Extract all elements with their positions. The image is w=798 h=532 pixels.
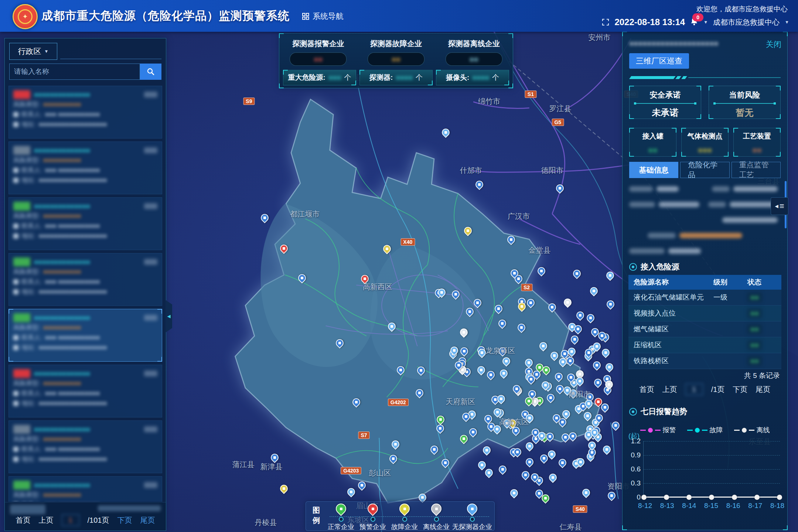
hazard-table-row[interactable]: 燃气储罐区●● [628, 321, 781, 337]
hazard-table-row[interactable]: 视频接入点位●● [628, 306, 781, 321]
company-card[interactable]: ●●●●●●●●●●●●●● 风险类型:●●●●●●●●●● 联系人:●●● ●… [8, 141, 162, 194]
trend-chart: 1.20.90.60.30 [643, 441, 780, 497]
commitment-value: 未承诺 [630, 107, 701, 119]
company-detail-title: ●●●●●●●●●●●●●●●●●●●● [629, 39, 751, 48]
status-tag [13, 202, 30, 211]
region-filter-dropdown[interactable]: 行政区▼ [9, 43, 57, 60]
pagination-first[interactable]: 首页 [640, 385, 654, 395]
search-input[interactable] [9, 64, 140, 80]
company-card[interactable]: ●●●●●●●●●●●●●● 风险类型:●●●●●●●●●● 联系人:●●● ●… [8, 309, 162, 362]
status-tag [13, 481, 30, 490]
pagination-last[interactable]: 尾页 [756, 385, 770, 395]
counter-cameras: 摄像头: ●●●● 个 [436, 70, 509, 85]
sidebar-collapse-tab[interactable]: ◀ [166, 300, 172, 332]
pagination-prev[interactable]: 上页 [39, 515, 54, 525]
sidebar-pagination: 首页 上页 1 /101页 下页 尾页 [5, 514, 166, 526]
stat-group-offline: 探测器离线企业 ●● [435, 39, 513, 66]
tab-hazardous-chemicals[interactable]: 危险化学品 [680, 162, 729, 178]
anchor-ring-icon [434, 517, 439, 522]
chevron-down-icon: ▼ [44, 49, 49, 54]
map-pin-icon [397, 501, 412, 516]
gas-detector-counter-box: 气体检测点 ●●● [681, 128, 729, 157]
legend-item[interactable]: 无探测器企业 [452, 502, 492, 531]
stat-group-fault: 探测器故障企业 ●● [357, 39, 435, 66]
close-panel-link[interactable]: 关闭 [766, 39, 781, 50]
page-title: 成都市重大危险源（危险化学品）监测预警系统 [41, 8, 290, 24]
map-legend-bar: 图例 正常企业预警企业故障企业离线企业无探测器企业 [306, 501, 495, 531]
pagination-prev[interactable]: 上页 [662, 385, 677, 395]
pagination-page-input[interactable]: 1 [62, 514, 79, 526]
person-icon [13, 279, 18, 284]
trend-legend-item[interactable]: 故障 [687, 426, 723, 434]
legend-title: 图例 [312, 505, 321, 525]
company-list-sidebar: 行政区▼ ●●●●●●●●●●●●●● 风险类型:●●●●●●●●●● 联系人:… [4, 38, 166, 531]
legend-item[interactable]: 故障企业 [389, 502, 420, 531]
3d-plant-patrol-button[interactable]: 三维厂区巡查 [629, 53, 689, 69]
location-icon [13, 233, 18, 239]
company-name: ●●●●●●●●●●●●●● [34, 370, 90, 378]
record-count-text [98, 505, 161, 511]
sidebar-footer: 首页 上页 1 /101页 下页 尾页 [5, 502, 166, 531]
company-card[interactable]: ●●●●●●●●●●●●●● 风险类型:●●●●●●●●●● 联系人:●●● ●… [8, 420, 162, 473]
tab-basic-info[interactable]: 基础信息 [629, 162, 678, 178]
hazard-table: 危险源名称 级别 状态 液化石油气储罐区单元一级●● 视频接入点位●● 燃气储罐… [628, 275, 781, 369]
legend-item[interactable]: 离线企业 [420, 502, 452, 531]
location-icon [13, 457, 18, 462]
company-card[interactable]: ●●●●●●●●●●●●●● 风险类型:●●●●●●●●●● 联系人:●●● ●… [8, 365, 162, 417]
welcome-text: 欢迎您，成都市应急救援中心 [696, 4, 788, 14]
hazard-table-row[interactable]: 液化石油气储罐区单元一级●● [628, 290, 781, 306]
legend-item[interactable]: 预警企业 [357, 502, 389, 531]
corner-chip [144, 426, 157, 432]
page-size-control[interactable] [10, 505, 45, 514]
location-icon [13, 178, 18, 183]
corner-chip [144, 482, 157, 488]
company-card-list: ●●●●●●●●●●●●●● 风险类型:●●●●●●●●●● 联系人:●●● ●… [8, 86, 162, 502]
pagination-next[interactable]: 下页 [733, 385, 747, 395]
location-icon [13, 289, 18, 294]
panel-collapse-button[interactable]: ◀≡ [771, 197, 788, 215]
pagination-first[interactable]: 首页 [16, 515, 31, 525]
safety-commitment-box: 安全承诺 未承诺 [629, 86, 701, 119]
company-card[interactable]: ●●●●●●●●●●●●●● 风险类型:●●●●●●●●●● 联系人:●●● ●… [8, 253, 162, 306]
hazard-table-row[interactable]: 铁路栈桥区●● [628, 353, 781, 369]
search-button[interactable] [140, 64, 161, 80]
company-card[interactable]: ●●●●●●●●●●●●●● 风险类型:●●●●●●●●●● 联系人:●●● ●… [8, 476, 162, 502]
pagination-next[interactable]: 下页 [117, 515, 132, 525]
status-tag [13, 313, 30, 322]
person-icon [13, 391, 18, 396]
region-filter-value-field[interactable] [60, 43, 161, 59]
radio-bullet-icon [629, 408, 637, 416]
person-icon [13, 447, 18, 452]
corner-chip [144, 203, 157, 209]
status-tag [13, 258, 30, 266]
chevron-down-icon: ▼ [703, 20, 708, 25]
company-name: ●●●●●●●●●●●●●● [34, 258, 90, 266]
notification-badge: 0 [692, 13, 703, 21]
trend-legend-item[interactable]: 报警 [640, 426, 676, 434]
corner-chip [144, 315, 157, 321]
company-card[interactable]: ●●●●●●●●●●●●●● 风险类型:●●●●●●●●●● 联系人:●●● ●… [8, 86, 162, 139]
hazard-table-header: 危险源名称 级别 状态 [628, 275, 781, 290]
map-pin-icon [429, 501, 444, 516]
search-icon [147, 68, 155, 76]
map-pin-icon [334, 501, 348, 516]
legend-items: 正常企业预警企业故障企业离线企业无探测器企业 [325, 502, 492, 531]
company-card[interactable]: ●●●●●●●●●●●●●● 风险类型:●●●●●●●●●● 联系人:●●● ●… [8, 197, 162, 250]
decorative-divider [629, 76, 781, 79]
anchor-ring-icon [470, 517, 475, 522]
location-icon [13, 401, 18, 406]
user-menu[interactable]: 成都市应急救援中心 [713, 17, 780, 27]
app-screen: 安州市绵竹市罗江县什邡市德阳市广汉市汶川县都江堰市金堂县三台县乐至县资阳市仁寿县… [0, 0, 798, 532]
tab-key-supervised-process[interactable]: 重点监管工艺 [732, 162, 781, 178]
pagination-page-input[interactable]: 1 [685, 383, 703, 395]
fullscreen-icon[interactable] [602, 18, 609, 26]
pagination-last[interactable]: 尾页 [140, 515, 155, 525]
hazard-section-title: 接入危险源 [629, 262, 679, 272]
trend-legend-item[interactable]: 离线 [734, 426, 770, 434]
notification-bell-button[interactable]: 0 [690, 17, 698, 27]
system-nav-button[interactable]: 系统导航 [302, 11, 344, 21]
x-axis-labels: 8-128-138-148-158-168-178-18 [638, 502, 784, 510]
pagination-total: /101页 [88, 515, 109, 525]
legend-item[interactable]: 正常企业 [325, 502, 357, 531]
hazard-table-row[interactable]: 压缩机区●● [628, 337, 781, 353]
